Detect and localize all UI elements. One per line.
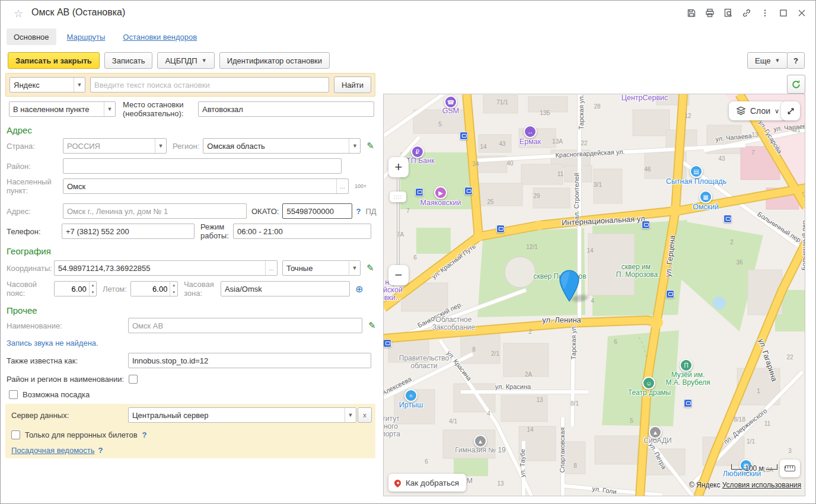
okato-help[interactable]: ? <box>356 207 361 216</box>
print-icon[interactable] <box>705 8 715 18</box>
chevron-down-icon[interactable]: ▼ <box>155 139 166 153</box>
layers-button[interactable]: Слои ∨ <box>729 101 786 120</box>
phone-input[interactable] <box>62 224 195 239</box>
globe-icon[interactable]: ⊕ <box>355 283 363 295</box>
stop-identifier-button[interactable]: Идентификатор остановки <box>219 52 330 69</box>
coords-value: 54.98971214,73.36922855 <box>55 261 265 275</box>
country-select[interactable]: РОССИЯ ▼ <box>63 138 167 154</box>
zoom-in-button[interactable]: + <box>388 157 409 177</box>
maximize-icon[interactable] <box>778 8 789 18</box>
find-button[interactable]: Найти <box>334 76 371 93</box>
map-house-number: 8/18 <box>734 416 745 423</box>
city-input[interactable]: Омск ... <box>63 178 349 194</box>
stop-placemark-pin[interactable] <box>559 270 580 303</box>
chevron-down-icon[interactable]: ▼ <box>345 408 356 422</box>
favorite-star-icon[interactable]: ☆ <box>14 7 23 20</box>
stepper-arrows[interactable]: ▲▼ <box>89 282 96 296</box>
chevron-down-icon[interactable]: ▼ <box>74 78 85 92</box>
more-button[interactable]: Еще▼ <box>747 52 788 69</box>
acbpdp-button[interactable]: АЦБПДП▼ <box>157 52 214 69</box>
coords-picker-ellipsis-button[interactable]: ... <box>265 261 277 275</box>
tab-main[interactable]: Основное <box>7 28 56 45</box>
mayakovsky-cinema-icon: ▶ <box>434 186 447 199</box>
map-label: Тарская ул. <box>578 95 585 130</box>
close-icon[interactable] <box>796 8 807 18</box>
step-down-icon[interactable]: ▼ <box>90 289 96 296</box>
chevron-down-icon[interactable]: ▼ <box>349 139 360 153</box>
save-icon[interactable] <box>686 8 697 18</box>
stepper-arrows[interactable]: ▲▼ <box>170 282 177 296</box>
refresh-map-button[interactable] <box>787 75 805 94</box>
server-label: Сервер данных: <box>11 411 128 420</box>
fullscreen-button[interactable] <box>781 101 800 120</box>
search-provider-select[interactable]: Яндекс ▼ <box>9 77 85 92</box>
summer-stepper[interactable]: ▲▼ <box>130 281 178 296</box>
map-label: Театр драмы <box>628 389 671 397</box>
region-select[interactable]: Омская область ▼ <box>203 138 361 154</box>
place-input[interactable] <box>198 101 374 117</box>
preview-icon[interactable] <box>723 8 734 18</box>
transit-stop-icon <box>642 221 650 229</box>
summer-value[interactable] <box>131 282 170 296</box>
city-picker-ellipsis-button[interactable]: ... <box>336 179 348 193</box>
map-label: ул. Гагарина <box>757 337 779 382</box>
link-icon[interactable] <box>741 8 752 18</box>
drama-theatre-icon: ☺ <box>642 377 655 390</box>
map-house-number: 6 <box>425 458 428 465</box>
step-up-icon[interactable]: ▲ <box>170 282 177 289</box>
zone-input[interactable] <box>221 281 350 296</box>
save-button[interactable]: Записать <box>104 52 153 69</box>
map-house-number: 1/1 <box>747 438 755 445</box>
server-select[interactable]: Центральный сервер ▼ <box>128 407 356 423</box>
step-down-icon[interactable]: ▼ <box>170 289 177 296</box>
terms-of-use-link[interactable]: Условия использования <box>722 481 801 489</box>
precision-select[interactable]: Точные ▼ <box>282 260 361 276</box>
map-house-number: 2А <box>525 371 532 378</box>
hours-input[interactable] <box>233 224 371 239</box>
timezone-value[interactable] <box>55 282 89 296</box>
directions-button[interactable]: Как добраться <box>388 474 466 492</box>
edit-coords-pencil-icon[interactable]: ✎ <box>366 263 374 273</box>
transit-stop-icon <box>460 132 468 140</box>
chevron-down-icon[interactable]: ▼ <box>104 102 115 116</box>
coords-input[interactable]: 54.98971214,73.36922855 ... <box>54 260 278 276</box>
boarding-checkbox[interactable] <box>9 390 18 399</box>
addr-label: Адрес: <box>7 207 63 216</box>
gymnasium-icon: ▲ <box>474 435 487 448</box>
stop-search-input[interactable] <box>90 77 329 92</box>
edit-address-pencil-icon[interactable]: ✎ <box>366 141 374 151</box>
clear-server-button[interactable]: x <box>358 407 372 423</box>
save-and-close-button[interactable]: Записать и закрыть <box>8 52 100 69</box>
red-pin-icon <box>393 478 403 487</box>
kebab-menu-icon[interactable] <box>760 8 770 18</box>
platform-only-help[interactable]: ? <box>142 430 147 439</box>
ruler-button[interactable] <box>780 460 800 477</box>
pd-label: ПД <box>365 207 376 216</box>
tab-routes[interactable]: Маршруты <box>60 28 113 45</box>
edit-name-pencil-icon[interactable]: ✎ <box>368 320 376 331</box>
sound-record-link[interactable]: Запись звука не найдена. <box>7 339 98 347</box>
map-house-number: 46 <box>644 165 651 173</box>
timezone-stepper[interactable]: ▲▼ <box>54 281 97 296</box>
map-house-number: 3 <box>788 447 792 455</box>
boarding-manifest-link[interactable]: Посадочная ведомость <box>11 446 95 455</box>
district-in-name-checkbox[interactable] <box>129 375 138 384</box>
help-button[interactable]: ? <box>787 52 805 69</box>
okato-input[interactable] <box>282 203 352 219</box>
tab-vendor-stops[interactable]: Остановки вендоров <box>116 28 204 45</box>
name-input[interactable] <box>128 318 362 333</box>
aka-input[interactable] <box>128 353 371 368</box>
step-up-icon[interactable]: ▲ <box>90 282 96 289</box>
platform-only-checkbox[interactable] <box>11 430 20 439</box>
manifest-help[interactable]: ? <box>98 446 103 455</box>
zoom-slider-handle[interactable]: :::: <box>390 192 406 202</box>
map-label: ал. Строителей <box>573 173 581 219</box>
map-label: Омский <box>693 203 719 211</box>
chevron-down-icon[interactable]: ▼ <box>349 261 360 275</box>
district-input[interactable] <box>63 158 342 174</box>
location-mode-select[interactable]: В населенном пункте ▼ <box>9 101 116 117</box>
zoom-out-button[interactable]: − <box>388 265 409 285</box>
addr-input[interactable] <box>63 203 247 219</box>
map-house-number: 7 <box>751 149 755 157</box>
yandex-map[interactable]: Красногвардейская ул.Тарская ул.ал. Стро… <box>383 94 805 496</box>
